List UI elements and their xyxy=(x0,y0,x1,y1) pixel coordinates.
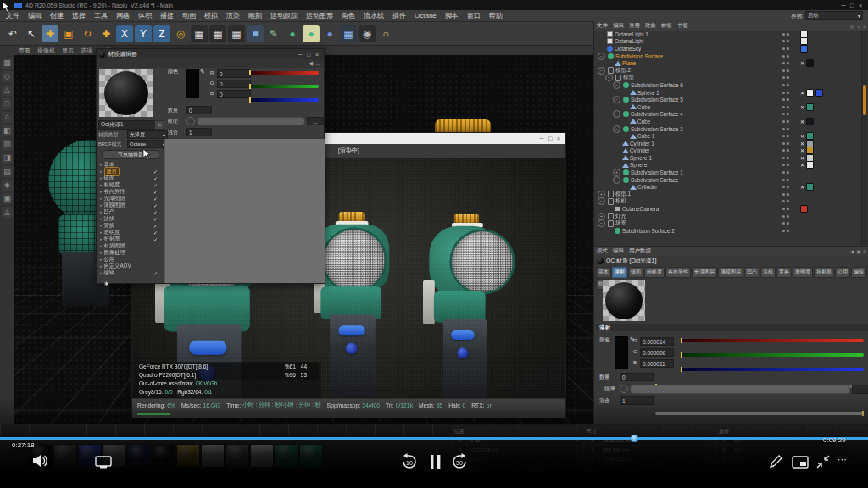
visibility-dot-top[interactable] xyxy=(782,84,785,86)
visibility-dot-bottom[interactable] xyxy=(787,142,789,145)
color-swatch[interactable] xyxy=(186,69,199,98)
viewport-menu-选项[interactable]: 选项 xyxy=(77,47,96,55)
visibility-dot-bottom[interactable] xyxy=(787,200,789,202)
om-header-icon-1[interactable]: ▽ xyxy=(857,23,861,29)
rgb-value-input[interactable]: 0.000006 xyxy=(640,348,674,357)
tree-expand-toggle[interactable]: + xyxy=(613,169,620,176)
slider-knob[interactable] xyxy=(249,97,251,103)
viewport-menu-查看[interactable]: 查看 xyxy=(15,47,34,55)
tree-item-Sphere 2[interactable]: Sphere 2✕ xyxy=(594,89,862,97)
channel-checkmark[interactable]: ✓ xyxy=(153,196,158,202)
tree-item-OctaneLight[interactable]: OctaneLight xyxy=(594,38,862,46)
window-minimize-button[interactable]: ─ xyxy=(839,3,848,8)
me-close-button[interactable]: × xyxy=(313,52,321,58)
visibility-dot-bottom[interactable] xyxy=(787,92,789,94)
channel-checkmark[interactable]: ✓ xyxy=(153,175,158,181)
tree-item-OctaneSky[interactable]: OctaneSky xyxy=(594,45,862,53)
visibility-dots[interactable] xyxy=(782,55,789,58)
om-menu-文件[interactable]: 文件 xyxy=(597,22,608,30)
visibility-dot-bottom[interactable] xyxy=(787,215,789,218)
attribute-tab-置换[interactable]: 置换 xyxy=(776,267,792,278)
visibility-dot-bottom[interactable] xyxy=(787,113,789,115)
mograph-array-icon[interactable]: ▦ xyxy=(340,25,357,42)
material-dock-swatch-2[interactable] xyxy=(78,444,102,468)
tree-expand-toggle[interactable]: − xyxy=(598,197,605,205)
menubar-item-脚本[interactable]: 脚本 xyxy=(441,11,463,20)
viewport-menu-显示[interactable]: 显示 xyxy=(58,47,77,55)
scale-tool-icon[interactable]: ▣ xyxy=(60,25,77,42)
tree-item-Subdivision Surface[interactable]: −Subdivision Surface xyxy=(594,176,862,184)
visibility-dot-bottom[interactable] xyxy=(787,222,789,225)
y-axis-lock-icon[interactable]: Y xyxy=(135,25,152,42)
visibility-dots[interactable] xyxy=(782,106,789,108)
texture-browse-button[interactable]: ... xyxy=(852,385,868,394)
visibility-dots[interactable] xyxy=(782,135,789,137)
panel-icons[interactable]: ▫▫ xyxy=(316,61,320,67)
coord-value-field[interactable]: 0 °‣ xyxy=(732,455,846,463)
phong-tag-icon[interactable]: ✕ xyxy=(800,155,804,161)
coord-value-field[interactable]: 0 cm‣ xyxy=(468,436,581,444)
am-preview-sphere[interactable] xyxy=(605,282,643,319)
texture-link-icon[interactable] xyxy=(620,385,628,393)
visibility-dot-bottom[interactable] xyxy=(787,98,789,101)
tree-item-Cube[interactable]: Cube✕ xyxy=(594,103,862,111)
phong-tag-icon[interactable]: ✕ xyxy=(800,141,804,147)
spline-pen-icon[interactable]: ✎ xyxy=(265,25,282,42)
visibility-dot-top[interactable] xyxy=(782,157,785,159)
visibility-dot-top[interactable] xyxy=(782,40,785,42)
phong-tag-icon[interactable]: ✕ xyxy=(800,119,804,125)
visibility-dots[interactable] xyxy=(782,171,789,174)
am-menu-用户数据[interactable]: 用户数据 xyxy=(629,247,651,255)
texture-browse-button[interactable]: ... xyxy=(307,117,324,125)
om-header-icon-2[interactable]: ≡ xyxy=(863,24,866,29)
tree-expand-toggle[interactable]: − xyxy=(598,219,605,227)
visibility-dots[interactable] xyxy=(782,193,789,196)
rgb-gradient-slider[interactable] xyxy=(249,85,319,88)
channel-checkmark[interactable]: ✓ xyxy=(153,209,158,215)
visibility-dot-bottom[interactable] xyxy=(787,157,789,159)
menubar-item-运动图形[interactable]: 运动图形 xyxy=(302,11,337,20)
coord-value-field[interactable]: -132.136 cm‣ xyxy=(468,446,581,453)
visibility-dots[interactable] xyxy=(782,186,789,188)
menubar-item-动画[interactable]: 动画 xyxy=(178,11,200,20)
phong-tag-icon[interactable]: ✕ xyxy=(800,133,804,139)
menubar-item-插件[interactable]: 插件 xyxy=(388,11,410,20)
tree-item-模型[interactable]: −模型 xyxy=(594,75,862,82)
menubar-item-角色[interactable]: 角色 xyxy=(337,11,359,20)
apply-button[interactable]: 应用 xyxy=(600,468,659,475)
undo-icon[interactable]: ↶ xyxy=(4,25,21,42)
visibility-dot-top[interactable] xyxy=(782,92,785,94)
render-view-icon[interactable]: ▦ xyxy=(191,25,208,42)
stepper-icon[interactable]: ‣ xyxy=(708,437,711,443)
coord-value-field[interactable]: 2675.226 cm‣ xyxy=(600,436,714,444)
tree-expand-toggle[interactable]: − xyxy=(598,67,605,75)
visibility-dots[interactable] xyxy=(782,222,789,225)
visibility-dot-top[interactable] xyxy=(782,62,785,64)
stepper-icon[interactable]: ‣ xyxy=(708,456,711,462)
mix-input[interactable]: 1 xyxy=(186,128,212,136)
material-dock-swatch-8[interactable] xyxy=(225,444,249,468)
palette-tool-icon-11[interactable]: ◬ xyxy=(2,207,13,218)
tree-item-Cube[interactable]: Cube✕ xyxy=(594,118,862,125)
visibility-dot-top[interactable] xyxy=(782,120,785,123)
visibility-dots[interactable] xyxy=(782,215,789,218)
stepper-icon[interactable]: ‣ xyxy=(576,446,579,452)
rgb-gradient-slider[interactable] xyxy=(681,368,864,371)
palette-tool-icon-10[interactable]: ▣ xyxy=(2,193,13,204)
tree-item-灯光[interactable]: +灯光 xyxy=(594,213,862,220)
material-tag-thumb[interactable] xyxy=(806,103,814,111)
tree-item-Sphere[interactable]: Sphere✕ xyxy=(594,162,862,169)
coord-value-field[interactable]: 465.596 cm‣ xyxy=(600,446,714,453)
rgb-value-input[interactable]: 0.000014 xyxy=(640,337,674,346)
attribute-tab-薄膜图层[interactable]: 薄膜图层 xyxy=(718,267,743,278)
rgb-value-input[interactable]: 0 xyxy=(217,90,251,98)
channel-checkmark[interactable]: ✓ xyxy=(153,182,158,188)
material-tag-thumb[interactable] xyxy=(806,161,814,169)
am-header-icon-2[interactable]: ≡ xyxy=(863,249,866,254)
material-type-dropdown[interactable]: 光泽度▾ xyxy=(127,130,168,139)
tree-item-Subdivision Surface 1[interactable]: +Subdivision Surface 1 xyxy=(594,169,862,176)
visibility-dot-bottom[interactable] xyxy=(787,135,789,137)
coord-system-icon[interactable]: ◎ xyxy=(172,25,189,42)
attribute-tab-编辑[interactable]: 编辑 xyxy=(851,267,866,278)
visibility-dot-top[interactable] xyxy=(782,98,785,101)
